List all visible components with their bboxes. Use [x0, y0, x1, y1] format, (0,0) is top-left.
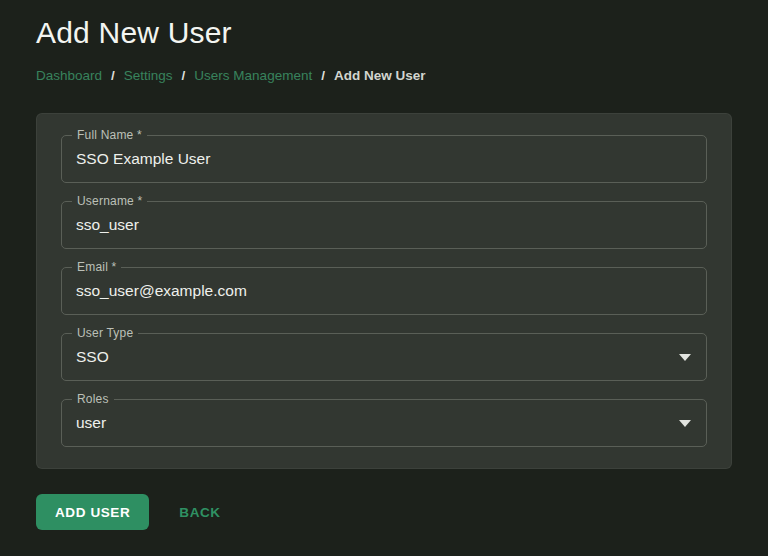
email-field-wrapper: Email *	[61, 267, 707, 315]
chevron-down-icon	[679, 420, 691, 427]
breadcrumb: Dashboard / Settings / Users Management …	[36, 68, 732, 84]
full-name-label: Full Name *	[72, 128, 147, 143]
add-user-form-card: Full Name * Username * Email * User Type…	[36, 113, 732, 469]
breadcrumb-link-users-management[interactable]: Users Management	[194, 68, 312, 84]
roles-label: Roles	[72, 392, 114, 407]
page-title: Add New User	[36, 14, 732, 52]
breadcrumb-separator: /	[182, 68, 186, 84]
full-name-field-wrapper: Full Name *	[61, 135, 707, 183]
breadcrumb-separator: /	[111, 68, 115, 84]
username-input[interactable]	[62, 202, 706, 248]
add-user-button[interactable]: ADD USER	[36, 494, 149, 530]
full-name-input[interactable]	[62, 136, 706, 182]
user-type-select[interactable]: User Type SSO	[61, 333, 707, 381]
breadcrumb-link-settings[interactable]: Settings	[124, 68, 173, 84]
user-type-selected-value: SSO	[62, 348, 679, 366]
username-label: Username *	[72, 194, 147, 209]
back-button[interactable]: BACK	[173, 504, 226, 521]
breadcrumb-separator: /	[321, 68, 325, 84]
email-label: Email *	[72, 260, 121, 275]
email-input[interactable]	[62, 268, 706, 314]
chevron-down-icon	[679, 354, 691, 361]
username-field-wrapper: Username *	[61, 201, 707, 249]
roles-selected-value: user	[62, 414, 679, 432]
breadcrumb-link-dashboard[interactable]: Dashboard	[36, 68, 102, 84]
add-new-user-page: Add New User Dashboard / Settings / User…	[0, 0, 768, 530]
form-actions: ADD USER BACK	[36, 494, 732, 530]
user-type-label: User Type	[72, 326, 138, 341]
roles-select[interactable]: Roles user	[61, 399, 707, 447]
breadcrumb-current-add-new-user: Add New User	[334, 68, 426, 84]
